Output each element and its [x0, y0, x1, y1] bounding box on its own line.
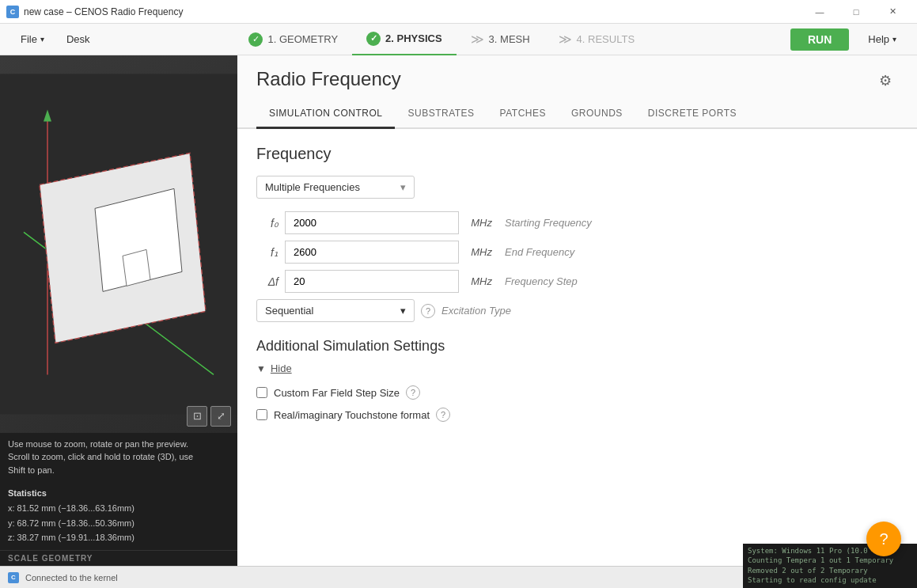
step-results: ≫ 4. RESULTS — [544, 24, 649, 55]
page-title: Radio Frequency — [256, 68, 401, 90]
step-physics[interactable]: ✓ 2. PHYSICS — [352, 24, 457, 55]
step-geometry[interactable]: ✓ 1. GEOMETRY — [234, 24, 352, 55]
far-field-row: Custom Far Field Step Size ? — [256, 385, 898, 400]
close-button[interactable]: ✕ — [874, 0, 911, 24]
menu-bar: File ▾ Desk ✓ 1. GEOMETRY ✓ 2. PHYSICS ≫… — [0, 24, 917, 55]
help-menu-arrow: ▾ — [892, 35, 896, 44]
freq-row-f0: f₀ MHz Starting Frequency — [256, 211, 898, 234]
additional-settings-title: Additional Simulation Settings — [256, 338, 898, 355]
minimize-button[interactable]: — — [801, 0, 838, 24]
freq-input-f0[interactable] — [285, 211, 459, 234]
freq-unit-df: MHz — [459, 275, 498, 287]
window-title: new case – CENOS Radio Frequency — [24, 6, 183, 17]
right-header: Radio Frequency ⚙ — [237, 55, 917, 93]
touchstone-label: Real/imaginary Touchstone format — [274, 409, 430, 421]
content-area: Frequency Multiple Frequencies ▾ f₀ MHz … — [237, 129, 917, 566]
frequency-dropdown-row: Multiple Frequencies ▾ — [256, 176, 898, 199]
run-button[interactable]: RUN — [790, 28, 849, 51]
step-mesh-arrow: ≫ — [471, 32, 484, 47]
help-fab-button[interactable]: ? — [866, 522, 901, 556]
status-bar: C Connected to the kernel System: Window… — [0, 566, 917, 588]
step-physics-check: ✓ — [366, 32, 381, 46]
frequency-title: Frequency — [256, 145, 898, 163]
freq-label-f0: Starting Frequency — [505, 217, 592, 229]
freq-symbol-f0: f₀ — [256, 217, 285, 230]
freq-unit-f0: MHz — [459, 217, 498, 229]
freq-input-df[interactable] — [285, 270, 459, 293]
viewport-frame-btn[interactable]: ⊡ — [187, 406, 207, 427]
main-layout: ⊡ ⤢ Use mouse to zoom, rotate or pan the… — [0, 55, 917, 566]
tab-patches[interactable]: PATCHES — [487, 100, 559, 129]
file-menu[interactable]: File ▾ — [9, 24, 55, 55]
step-mesh[interactable]: ≫ 3. MESH — [457, 24, 544, 55]
freq-unit-f1: MHz — [459, 246, 498, 258]
step-mesh-label: 3. MESH — [489, 33, 530, 45]
stats-z: z: 38.27 mm (−19.91...18.36mm) — [8, 530, 229, 545]
frequency-type-dropdown[interactable]: Multiple Frequencies ▾ — [256, 176, 415, 199]
desk-menu[interactable]: Desk — [55, 24, 101, 55]
hide-link[interactable]: Hide — [271, 362, 292, 374]
frequency-section: Frequency Multiple Frequencies ▾ f₀ MHz … — [256, 145, 898, 322]
excitation-type-label: Sequential — [265, 305, 313, 317]
excitation-type-dropdown[interactable]: Sequential ▾ — [256, 299, 415, 322]
tab-substrates[interactable]: SUBSTRATES — [395, 100, 487, 129]
freq-label-df: Frequency Step — [505, 275, 578, 287]
far-field-label: Custom Far Field Step Size — [274, 387, 400, 399]
step-geometry-label: 1. GEOMETRY — [267, 33, 338, 45]
excitation-help-icon[interactable]: ? — [421, 304, 435, 318]
tab-grounds[interactable]: GROUNDS — [559, 100, 635, 129]
freq-row-f1: f₁ MHz End Frequency — [256, 241, 898, 264]
scale-label[interactable]: SCALE GEOMETRY — [0, 550, 237, 566]
hide-arrow-icon: ▼ — [256, 363, 266, 374]
tab-simulation-control[interactable]: SIMULATION CONTROL — [256, 100, 395, 129]
stats-title: Statistics — [8, 486, 229, 501]
viewport-canvas — [0, 55, 237, 433]
settings-button[interactable]: ⚙ — [873, 68, 898, 93]
stats-x: x: 81.52 mm (−18.36...63.16mm) — [8, 501, 229, 516]
tab-discrete-ports[interactable]: DISCRETE PORTS — [635, 100, 749, 129]
far-field-checkbox[interactable] — [256, 387, 267, 398]
freq-row-df: Δf MHz Frequency Step — [256, 270, 898, 293]
excitation-dropdown-arrow: ▾ — [400, 305, 406, 317]
right-panel: Radio Frequency ⚙ SIMULATION CONTROL SUB… — [237, 55, 917, 566]
workflow-steps: ✓ 1. GEOMETRY ✓ 2. PHYSICS ≫ 3. MESH ≫ 4… — [234, 24, 649, 55]
frequency-type-label: Multiple Frequencies — [265, 181, 360, 193]
left-panel: ⊡ ⤢ Use mouse to zoom, rotate or pan the… — [0, 55, 237, 566]
viewport[interactable]: ⊡ ⤢ — [0, 55, 237, 433]
maximize-button[interactable]: □ — [838, 0, 874, 24]
help-menu[interactable]: Help ▾ — [857, 24, 908, 55]
touchstone-row: Real/imaginary Touchstone format ? — [256, 408, 898, 422]
stats-y: y: 68.72 mm (−18.36...50.36mm) — [8, 516, 229, 531]
title-bar-left: C new case – CENOS Radio Frequency — [6, 6, 183, 18]
app-icon: C — [6, 6, 19, 18]
freq-symbol-f1: f₁ — [256, 246, 285, 259]
viewport-expand-btn[interactable]: ⤢ — [210, 406, 231, 427]
touchstone-help-icon[interactable]: ? — [436, 408, 450, 422]
file-menu-arrow: ▾ — [40, 35, 44, 44]
far-field-help-icon[interactable]: ? — [406, 385, 420, 400]
freq-symbol-df: Δf — [256, 275, 285, 288]
svg-marker-6 — [123, 249, 150, 286]
step-results-arrow: ≫ — [559, 32, 572, 47]
viewport-hint: Use mouse to zoom, rotate or pan the pre… — [0, 433, 237, 482]
title-bar: C new case – CENOS Radio Frequency — □ ✕ — [0, 0, 917, 24]
freq-label-f1: End Frequency — [505, 246, 574, 258]
dropdown-arrow: ▾ — [400, 181, 406, 193]
step-geometry-check: ✓ — [248, 32, 263, 47]
status-icon: C — [8, 572, 19, 583]
freq-input-f1[interactable] — [285, 241, 459, 264]
step-results-label: 4. RESULTS — [577, 33, 635, 45]
additional-settings-section: Additional Simulation Settings ▼ Hide Cu… — [256, 338, 898, 422]
stats-panel: Statistics x: 81.52 mm (−18.36...63.16mm… — [0, 481, 237, 550]
tab-bar: SIMULATION CONTROL SUBSTRATES PATCHES GR… — [237, 100, 917, 129]
touchstone-checkbox[interactable] — [256, 409, 267, 420]
excitation-label: Excitation Type — [441, 305, 511, 317]
viewport-controls: ⊡ ⤢ — [187, 406, 231, 427]
excitation-row: Sequential ▾ ? Excitation Type — [256, 299, 898, 322]
window-controls: — □ ✕ — [801, 0, 911, 24]
hide-row: ▼ Hide — [256, 362, 898, 374]
step-physics-label: 2. PHYSICS — [385, 32, 442, 44]
scene-svg — [0, 55, 237, 433]
